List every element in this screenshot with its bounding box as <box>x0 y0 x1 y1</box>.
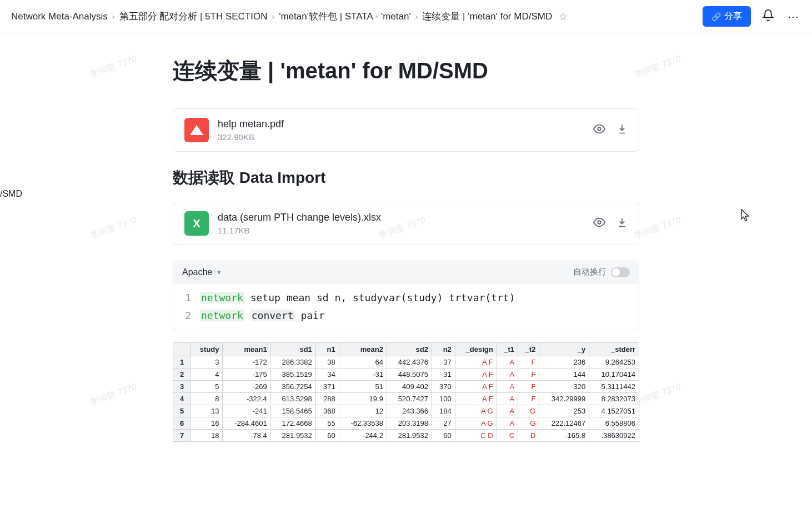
star-icon[interactable]: ☆ <box>559 11 568 23</box>
mouse-cursor <box>741 209 751 225</box>
wrap-toggle: 自动换行 <box>573 267 630 277</box>
table-row: 24-175385.151934-31448.507531A FAF14410.… <box>173 368 639 380</box>
download-button[interactable] <box>616 123 628 138</box>
file-card-pdf[interactable]: help metan.pdf 322.90KB <box>173 108 639 152</box>
code-language-selector[interactable]: Apache ▼ <box>182 267 222 277</box>
notification-button[interactable] <box>760 7 776 26</box>
eye-icon <box>593 216 605 228</box>
download-icon <box>616 217 628 228</box>
watermark: 李润蕾 7370 <box>88 381 138 409</box>
page-title: 连续变量 | 'metan' for MD/SMD <box>173 56 639 86</box>
wrap-switch[interactable] <box>611 267 630 277</box>
bell-icon <box>762 9 774 21</box>
breadcrumb: Network Meta-Analysis › 第五部分 配对分析 | 5TH … <box>11 10 568 23</box>
download-button[interactable] <box>616 216 628 231</box>
breadcrumb-item-0[interactable]: Network Meta-Analysis <box>11 11 108 22</box>
file-size: 11.17KB <box>218 226 584 235</box>
file-actions <box>593 123 628 138</box>
breadcrumb-item-2[interactable]: 'metan'软件包 | STATA - 'metan' <box>279 10 411 23</box>
sidebar-fragment: /SMD <box>0 189 22 199</box>
file-info: help metan.pdf 322.90KB <box>218 118 584 142</box>
chevron-right-icon: › <box>415 12 418 21</box>
svg-point-1 <box>598 221 601 224</box>
code-body[interactable]: 1network setup mean sd n, studyvar(study… <box>173 283 639 331</box>
chevron-right-icon: › <box>272 12 275 21</box>
more-icon: ⋯ <box>788 11 799 23</box>
share-label: 分享 <box>724 11 742 22</box>
preview-button[interactable] <box>593 123 605 138</box>
breadcrumb-item-3[interactable]: 连续变量 | 'metan' for MD/SMD <box>422 10 552 23</box>
content: 连续变量 | 'metan' for MD/SMD help metan.pdf… <box>139 33 673 442</box>
share-button[interactable]: 🔗 分享 <box>703 6 751 27</box>
table-row: 35-269356.725437151409.402370A FAF3205.3… <box>173 380 639 392</box>
code-language-label: Apache <box>182 267 212 277</box>
watermark: 李润蕾 7370 <box>88 53 138 81</box>
breadcrumb-item-1[interactable]: 第五部分 配对分析 | 5TH SECTION <box>119 10 268 23</box>
pdf-icon <box>184 118 209 142</box>
wrap-label: 自动换行 <box>573 267 607 277</box>
watermark: 李润蕾 7370 <box>88 215 138 242</box>
file-size: 322.90KB <box>218 132 584 142</box>
file-name: data (serum PTH change levels).xlsx <box>218 212 584 223</box>
eye-icon <box>593 123 605 135</box>
file-info: data (serum PTH change levels).xlsx 11.1… <box>218 212 584 235</box>
table-header-row: studymean1sd1n1mean2sd2n2_design_t1_t2_y… <box>173 342 639 356</box>
topbar-actions: 🔗 分享 ⋯ <box>703 6 801 27</box>
table-row: 13-172286.33823864442.437637A FAF2369.26… <box>173 356 639 368</box>
code-block: Apache ▼ 自动换行 1network setup mean sd n, … <box>173 261 639 331</box>
file-card-xlsx[interactable]: X data (serum PTH change levels).xlsx 11… <box>173 202 639 245</box>
xlsx-icon: X <box>184 211 209 236</box>
link-icon: 🔗 <box>711 12 721 21</box>
chevron-down-icon: ▼ <box>215 268 222 276</box>
svg-point-0 <box>598 127 601 131</box>
data-table: studymean1sd1n1mean2sd2n2_design_t1_t2_y… <box>173 342 639 442</box>
table-row: 48-322.4613.529828819.9520.7427100A FAF3… <box>173 392 639 405</box>
more-button[interactable]: ⋯ <box>785 8 801 26</box>
table-row: 616-284.4601172.466855-62.33538203.31982… <box>173 417 639 429</box>
topbar: Network Meta-Analysis › 第五部分 配对分析 | 5TH … <box>0 0 812 33</box>
file-actions <box>593 216 628 231</box>
section-heading: 数据读取 Data Import <box>173 167 639 188</box>
table-row: 513-241158.546536812243.366184A GAG2534.… <box>173 405 639 417</box>
download-icon <box>616 123 628 135</box>
preview-button[interactable] <box>593 216 605 231</box>
file-name: help metan.pdf <box>218 118 584 130</box>
code-header: Apache ▼ 自动换行 <box>173 261 639 283</box>
chevron-right-icon: › <box>112 12 115 21</box>
table-row: 718-78.4281.953260-244.2281.953260C DCD-… <box>173 429 639 441</box>
